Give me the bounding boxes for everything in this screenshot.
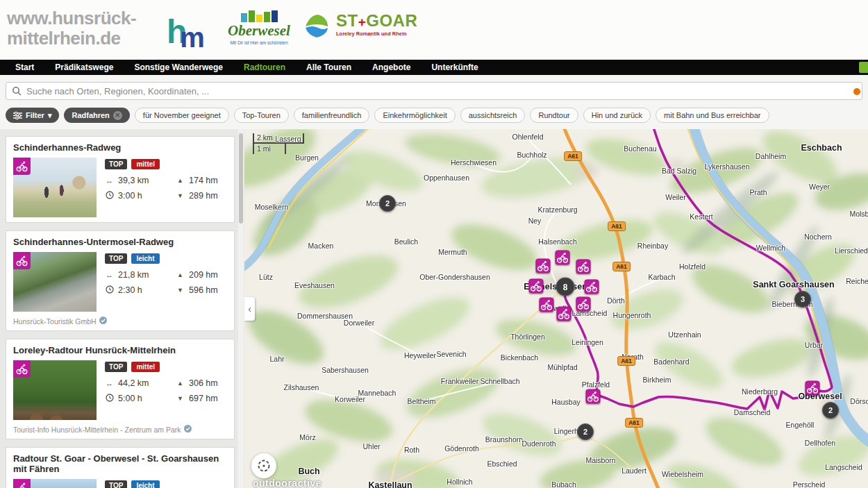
cycling-category-icon	[13, 360, 31, 378]
map-cycling-tour-marker[interactable]	[585, 280, 599, 294]
map-cluster-marker[interactable]: 2	[822, 402, 839, 419]
tour-thumbnail[interactable]	[13, 158, 97, 217]
tour-length: ↔44,2 km	[105, 378, 176, 388]
nav-item-radtouren[interactable]: Radtouren	[244, 62, 285, 72]
search-input[interactable]: Suche nach Orten, Regionen, Koordinaten,…	[6, 82, 862, 100]
map-place-label: Laudert	[621, 466, 646, 475]
map-place-label: Weiler	[665, 193, 686, 201]
filter-chip[interactable]: für November geeignet	[135, 108, 229, 123]
filter-chip[interactable]: Einkehrmöglichkeit	[374, 108, 455, 123]
compass-icon	[256, 458, 272, 473]
tour-card[interactable]: Loreley-Radtour Hunsrück-MittelrheinTOPm…	[6, 339, 235, 439]
tour-ascent-value: 306 hm	[189, 378, 218, 388]
tour-card-body: TOPmittel↔39,3 km▲174 hm3:00 h▼289 hm	[13, 158, 227, 217]
top-badge: TOP	[105, 480, 127, 488]
nav-item-angebote[interactable]: Angebote	[372, 62, 410, 72]
filter-chip[interactable]: Top-Touren	[234, 108, 289, 123]
filter-chip[interactable]: aussichtsreich	[460, 108, 526, 123]
nav-item-start[interactable]: Start	[15, 62, 34, 72]
map-place-label: Mühlpfad	[547, 363, 577, 371]
tour-card[interactable]: Radtour St. Goar - Oberwesel - St. Goars…	[6, 447, 235, 488]
filter-chip[interactable]: Hin und zurück	[583, 108, 651, 123]
map-place-label: Uhler	[362, 442, 380, 451]
map-place-label: Herschwiesen	[451, 158, 496, 167]
filter-button[interactable]: Filter ▾	[6, 108, 59, 123]
hunsrueck-mittelrhein-logo[interactable]: hm	[167, 12, 205, 53]
map-place-label: Zilshausen	[284, 383, 319, 392]
map-place-label: Bickenbach	[501, 353, 538, 362]
map-place-label: Dahlheim	[756, 152, 786, 160]
map-place-label: Maisborn	[585, 456, 615, 464]
tour-title[interactable]: Radtour St. Goar - Oberwesel - St. Goars…	[13, 453, 227, 474]
filter-button-label: Filter	[26, 111, 44, 119]
clock-icon	[106, 394, 114, 402]
map-cycling-tour-marker[interactable]	[540, 298, 554, 312]
tour-card-body: TOPleicht↔20,9 km▲30 hm1:29 h▼21 hm	[13, 479, 227, 488]
map-place-label: Urbar	[805, 341, 823, 349]
tour-meta: TOPmittel↔44,2 km▲306 hm5:00 h▼697 hm	[97, 360, 242, 420]
nav-item-alle-touren[interactable]: Alle Touren	[306, 62, 351, 72]
map-place-label: Utzenhain	[668, 330, 701, 339]
tour-card[interactable]: Schinderhannes-Untermosel-RadwegTOPleich…	[6, 230, 235, 331]
tour-title[interactable]: Schinderhannes-Untermosel-Radweg	[13, 237, 227, 247]
st-goar-plus: +	[358, 15, 367, 29]
list-scrollbar-thumb[interactable]	[239, 133, 243, 224]
map-canvas[interactable]: LassergBurgenMoselkernOppenhausenHerschw…	[244, 129, 868, 488]
tour-descent-value: 289 hm	[189, 191, 218, 201]
map-cluster-marker[interactable]: 2	[379, 195, 396, 212]
map-place-label: Weyer	[809, 183, 830, 191]
length-icon: ↔	[105, 271, 114, 279]
map-cycling-tour-marker[interactable]	[806, 381, 820, 396]
nav-item-sonstige-wanderwege[interactable]: Sonstige Wanderwege	[134, 62, 223, 72]
oberwesel-square	[272, 10, 278, 22]
tour-meta: TOPleicht↔21,8 km▲209 hm2:30 h▼596 hm	[97, 252, 242, 312]
map-cluster-marker[interactable]: 3	[794, 291, 811, 308]
active-filter-chip-radfahren[interactable]: Radfahren ✕	[64, 108, 129, 123]
st-goar-logo[interactable]: ST+GOAR Loreley Romantik und Rhein	[303, 11, 417, 42]
map-attribution[interactable]: outdooractive	[253, 478, 322, 488]
map-cycling-tour-marker[interactable]	[576, 260, 591, 274]
collapse-panel-button[interactable]: ‹	[244, 297, 255, 321]
tour-source[interactable]: Hunsrück-Touristik GmbH	[13, 317, 227, 326]
toolbar: Suche nach Orten, Regionen, Koordinaten,…	[0, 75, 868, 129]
filter-chip[interactable]: Rundtour	[530, 108, 578, 123]
tour-ascent: ▲306 hm	[176, 378, 242, 388]
tour-source-text: Hunsrück-Touristik GmbH	[13, 317, 97, 326]
map-place-label: Prath	[749, 188, 767, 196]
map-cycling-tour-marker[interactable]	[576, 297, 591, 312]
oberwesel-logo[interactable]: Oberwesel Mit Dir ist Hier am schönsten	[221, 10, 297, 45]
locate-me-button[interactable]	[251, 453, 276, 478]
tour-thumbnail[interactable]	[13, 360, 97, 420]
list-scrollbar[interactable]	[238, 129, 244, 488]
remove-filter-icon[interactable]: ✕	[113, 111, 122, 120]
filter-chip[interactable]: familienfreundlich	[294, 108, 370, 123]
map-place-label: Braunshorn	[485, 435, 523, 444]
nav-item-pr-dikatswege[interactable]: Prädikatswege	[55, 62, 113, 72]
st-goar-logo-icon	[303, 11, 331, 42]
map-cycling-tour-marker[interactable]	[529, 279, 544, 294]
map-cycling-tour-marker[interactable]	[586, 389, 601, 404]
map-cycling-tour-marker[interactable]	[536, 259, 551, 274]
map-place-label: Dörscheid	[850, 397, 868, 405]
tour-title[interactable]: Schinderhannes-Radweg	[13, 142, 227, 153]
tour-stats: ↔21,8 km▲209 hm2:30 h▼596 hm	[105, 270, 242, 295]
map-place-label: Wellmich	[756, 244, 785, 252]
map-place-label: Karbach	[648, 273, 675, 281]
top-badge: TOP	[105, 253, 127, 264]
tour-card[interactable]: Schinderhannes-RadwegTOPmittel↔39,3 km▲1…	[6, 136, 235, 223]
map-cycling-tour-marker[interactable]	[556, 251, 570, 265]
tour-descent-value: 697 hm	[189, 394, 218, 403]
tour-ascent-value: 209 hm	[189, 270, 218, 280]
filter-chip[interactable]: mit Bahn und Bus erreichbar	[656, 108, 769, 123]
map-cluster-marker[interactable]: 2	[577, 423, 594, 440]
map-cluster-marker[interactable]: 8	[556, 278, 575, 296]
map-place-label: Halsenbach	[538, 237, 576, 246]
tour-thumbnail[interactable]	[13, 252, 97, 312]
tour-thumbnail[interactable]	[13, 479, 97, 488]
map-cycling-tour-marker[interactable]	[557, 307, 571, 321]
nav-item-unterk-nfte[interactable]: Unterkünfte	[431, 62, 478, 72]
tour-title[interactable]: Loreley-Radtour Hunsrück-Mittelrhein	[13, 345, 227, 355]
nav-right-button-partial[interactable]	[859, 62, 868, 73]
tour-source[interactable]: Tourist-Info Hunsrück-Mittelrhein - Zent…	[13, 425, 227, 434]
map-place-label: Birkheim	[643, 376, 671, 384]
